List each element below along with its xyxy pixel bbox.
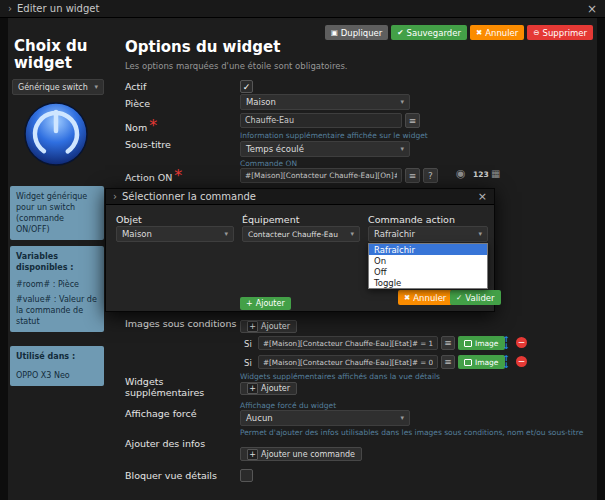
image-icon — [464, 340, 472, 347]
move-down-icon[interactable]: ↓ — [503, 343, 510, 350]
field-label-actif: Actif — [125, 81, 146, 92]
list-icon: ≡ — [444, 357, 452, 367]
widget-preview — [23, 101, 89, 171]
modal-cancel-button[interactable]: ✖ Annuler — [398, 290, 452, 305]
field-label-widgets-sup: Widgets supplémentaires — [125, 376, 237, 398]
field-label-sous-titre: Sous-titre — [125, 139, 171, 150]
delete-button[interactable]: ⊖ Supprimer — [527, 25, 593, 40]
comment-icon[interactable]: ◉ — [456, 167, 466, 180]
dropdown-option-on[interactable]: On — [369, 255, 487, 266]
dropdown-option-toggle[interactable]: Toggle — [369, 277, 487, 288]
piece-value: Maison — [246, 97, 276, 107]
list-icon: ≡ — [444, 338, 452, 348]
widgets-sup-add-button[interactable]: + Ajouter — [240, 382, 297, 395]
chevron-down-icon: ▾ — [400, 98, 404, 106]
used-in-title: Utilisé dans : — [16, 351, 98, 362]
duplicate-button[interactable]: ▣ Dupliquer — [325, 25, 389, 40]
commande-action-select[interactable]: Rafraîchir ▾ — [368, 226, 488, 242]
affichage-force-value: Aucun — [246, 413, 273, 423]
duplicate-icon: ▣ — [331, 28, 338, 37]
modal-label-objet: Objet — [116, 214, 142, 225]
power-icon — [23, 101, 89, 167]
field-label-action-on: Action ON* — [125, 166, 182, 185]
action-on-label: Action ON — [125, 172, 172, 183]
field-label-piece: Pièce — [125, 98, 150, 109]
nom-input[interactable] — [240, 113, 402, 128]
sous-titre-select[interactable]: Temps écoulé ▾ — [240, 141, 410, 157]
image-label: Image — [475, 339, 499, 348]
widgets-sup-help: Widgets supplémentaires affichés dans la… — [240, 372, 440, 381]
window-title: Editer un widget — [17, 3, 99, 14]
modal-validate-label: Valider — [465, 293, 494, 303]
cancel-icon: ✖ — [404, 293, 410, 302]
nom-picker-button[interactable]: ≡ — [405, 113, 420, 128]
ajouter-commande-button[interactable]: + Ajouter une commande — [240, 447, 362, 461]
condition-prefix: Si — [244, 339, 252, 349]
command-select-modal: › Sélectionner la commande × Objet Maiso… — [105, 188, 495, 312]
modal-close-icon[interactable]: × — [478, 190, 487, 203]
piece-select[interactable]: Maison ▾ — [240, 94, 410, 110]
chevron-down-icon: ▾ — [400, 145, 404, 153]
action-on-help: Commande ON — [240, 159, 297, 168]
modal-cancel-label: Annuler — [413, 293, 446, 303]
dropdown-option-off[interactable]: Off — [369, 266, 487, 277]
save-button[interactable]: ✔ Sauvegarder — [391, 25, 467, 40]
widget-type-select[interactable]: Générique switch ▾ — [12, 79, 104, 95]
condition-image-button[interactable]: Image — [458, 355, 505, 369]
objet-select[interactable]: Maison ▾ — [116, 226, 234, 242]
field-label-ajouter-infos: Ajouter des infos — [125, 438, 205, 449]
images-conditions-add-button[interactable]: + Ajouter — [240, 320, 297, 333]
condition-picker-button[interactable]: ≡ — [441, 355, 455, 369]
chevron-down-icon: ▾ — [224, 230, 228, 238]
grid-icon[interactable]: ▦ — [491, 168, 500, 179]
chevron-down-icon: ▾ — [400, 414, 404, 422]
remove-condition-button[interactable]: − — [516, 337, 527, 348]
action-on-picker-button[interactable]: ≡ — [405, 168, 420, 183]
cancel-button[interactable]: ✖ Annuler — [470, 25, 524, 40]
images-add-button[interactable]: + Ajouter — [240, 297, 291, 310]
commande-action-dropdown: Rafraîchir On Off Toggle — [368, 243, 488, 289]
check-icon: ✓ — [456, 293, 462, 302]
sous-titre-help: Information supplémentaire affichée sur … — [240, 131, 428, 140]
plus-icon: + — [247, 449, 258, 460]
nom-label: Nom — [125, 122, 147, 133]
field-label-affichage-force: Affichage forcé — [125, 408, 197, 419]
modal-validate-button[interactable]: ✓ Valider — [450, 290, 501, 305]
move-down-icon[interactable]: ↓ — [503, 362, 510, 369]
cancel-icon: ✖ — [476, 28, 482, 37]
action-on-input[interactable] — [240, 168, 402, 183]
list-icon: ≡ — [409, 171, 417, 181]
variable-room: #room# : Pièce — [16, 279, 98, 290]
used-in-box: Utilisé dans : OPPO X3 Neo — [10, 346, 104, 386]
action-on-test-button[interactable]: ? — [423, 168, 438, 183]
chevron-down-icon: ▾ — [478, 230, 482, 238]
page-title: Options du widget — [125, 38, 280, 56]
bloquer-checkbox[interactable] — [240, 469, 253, 482]
add-label: Ajouter — [261, 384, 290, 393]
minus-icon: − — [518, 357, 526, 366]
actif-checkbox[interactable]: ✓ — [240, 80, 253, 93]
condition-prefix: Si — [244, 358, 252, 368]
field-label-images-conditions: Images sous conditions — [125, 318, 237, 329]
close-icon[interactable]: × — [587, 2, 597, 16]
condition-image-button[interactable]: Image — [458, 336, 505, 350]
modal-label-equipement: Équipement — [242, 214, 299, 225]
delete-label: Supprimer — [543, 28, 587, 38]
images-add-label: Ajouter — [256, 299, 285, 308]
check-icon: ✓ — [243, 82, 251, 92]
remove-condition-button[interactable]: − — [516, 356, 527, 367]
condition-picker-button[interactable]: ≡ — [441, 336, 455, 350]
affichage-force-select[interactable]: Aucun ▾ — [240, 410, 410, 426]
delete-icon: ⊖ — [533, 28, 539, 37]
chevron-down-icon: ▾ — [94, 83, 98, 91]
equipement-select[interactable]: Contacteur Chauffe-Eau ▾ — [242, 226, 360, 242]
condition-input[interactable] — [258, 355, 438, 369]
image-label: Image — [475, 358, 499, 367]
numeric-badge[interactable]: 123 — [473, 170, 489, 179]
sous-titre-value: Temps écoulé — [246, 144, 304, 154]
ajouter-commande-label: Ajouter une commande — [261, 450, 355, 459]
dropdown-option-rafraichir[interactable]: Rafraîchir — [369, 244, 487, 255]
condition-input[interactable] — [258, 336, 438, 350]
widget-type-value: Générique switch — [18, 83, 88, 92]
affichage-force-help: Affichage forcé du widget — [240, 401, 336, 410]
